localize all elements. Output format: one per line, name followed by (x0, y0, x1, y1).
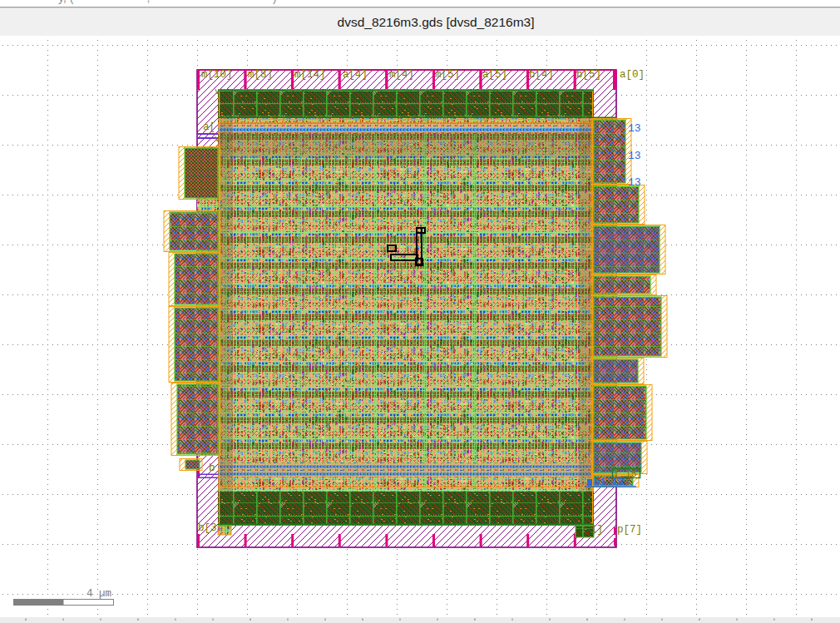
svg-text:13: 13 (628, 176, 641, 189)
svg-text:a[: a[ (203, 121, 215, 133)
svg-text:b1 13: b1 13 (594, 477, 624, 488)
svg-text:b: b (209, 462, 215, 474)
svg-text:b[4]: b[4] (529, 69, 554, 81)
svg-text:1]: 1] (590, 524, 603, 536)
svg-text:v: v (215, 87, 220, 96)
svg-text:13: 13 (628, 122, 641, 135)
svg-text:v: v (215, 134, 220, 144)
svg-text:b[3: b[3 (198, 522, 217, 534)
svg-text:m[14]: m[14] (294, 69, 326, 81)
svg-text:p[7]: p[7] (617, 524, 642, 536)
svg-text:a[4]: a[4] (343, 69, 368, 81)
svg-text:m[5]: m[5] (435, 69, 460, 81)
svg-text:4 µm: 4 µm (86, 588, 111, 600)
svg-text:b[5]: b[5] (576, 69, 601, 81)
svg-text:m[4]: m[4] (389, 69, 414, 81)
svg-text:m[10]: m[10] (201, 69, 233, 81)
svg-text:a[5]: a[5] (482, 69, 507, 81)
svg-text:a[0]: a[0] (620, 69, 645, 81)
svg-text:13: 13 (628, 150, 641, 162)
svg-text:m[8]: m[8] (248, 69, 273, 81)
